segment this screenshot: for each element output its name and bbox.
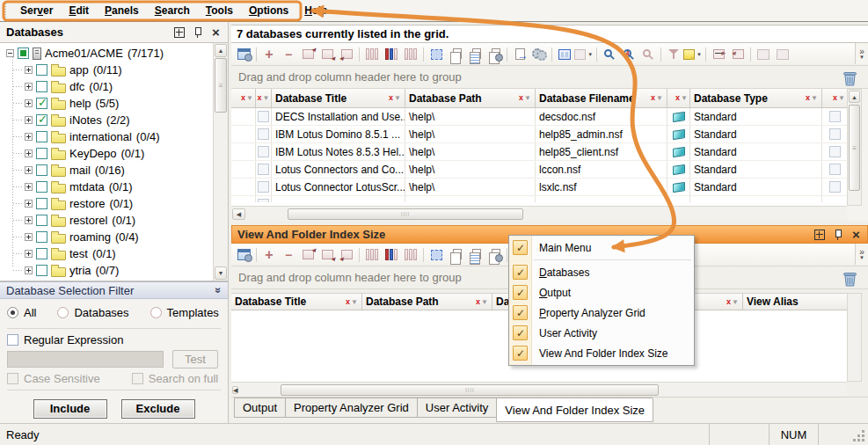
table-row[interactable]: Lotus Connector LotusScr... \help\ lsxlc… [231, 179, 847, 196]
tree-checkbox[interactable] [36, 198, 47, 209]
remove-rows-button[interactable] [279, 46, 298, 63]
find-text-button[interactable] [619, 46, 638, 63]
add-rows-button[interactable] [259, 46, 279, 63]
tree-item-folder[interactable]: dfc(0/1) [2, 78, 212, 95]
move-rows-bottom-button[interactable] [317, 246, 337, 264]
table-row[interactable]: IBM Lotus Notes 8.5.3 Hel... \help\ help… [231, 143, 847, 161]
remove-rows-button[interactable] [279, 246, 298, 264]
row-checkbox[interactable] [829, 128, 841, 140]
filter-section-header[interactable]: Database Selection Filter [0, 281, 228, 299]
open-in-window-button[interactable] [234, 246, 253, 264]
row-checkbox[interactable] [258, 164, 269, 175]
icon-column-header[interactable] [667, 89, 690, 107]
filter-icon[interactable] [833, 94, 845, 102]
expand-expander-icon[interactable] [25, 250, 33, 258]
tree-item-folder[interactable]: KeyDepo(0/1) [2, 145, 212, 162]
row-checkbox[interactable] [829, 181, 841, 193]
tree-checkbox[interactable] [36, 114, 47, 126]
scroll-up-icon[interactable] [849, 91, 860, 103]
expand-expander-icon[interactable] [25, 66, 33, 74]
table-row[interactable]: IBM Lotus Domino 8.5.1 ... \help\ help85… [231, 126, 847, 143]
filter-icon[interactable] [806, 94, 818, 102]
row-checkbox[interactable] [258, 111, 269, 122]
radio-all[interactable]: All [7, 306, 36, 319]
filter-icon[interactable] [241, 94, 253, 102]
menu-item-view-and-folder-index-size[interactable]: View And Folder Index Size [509, 343, 694, 363]
expand-expander-icon[interactable] [25, 200, 33, 208]
row-checkbox[interactable] [258, 199, 269, 202]
tree-checkbox[interactable] [36, 231, 47, 243]
maximize-icon[interactable] [174, 27, 185, 38]
checkbox-icon[interactable] [7, 373, 18, 384]
filter-icon[interactable] [476, 298, 488, 306]
tree-item-server[interactable]: Acme01/ACME (7/171) [2, 45, 212, 62]
freeze-column-button[interactable] [382, 46, 401, 63]
menu-item-main-menu[interactable]: Main Menu [509, 237, 694, 258]
menu-search[interactable]: Search [147, 2, 198, 19]
copy-grid-button[interactable] [465, 246, 485, 264]
menu-server[interactable]: Server [12, 2, 61, 19]
column-header-database-path[interactable]: Database Path [362, 294, 492, 310]
checkbox-icon[interactable] [513, 265, 528, 280]
table-row[interactable]: DECS Installation and Use... \help\ decs… [231, 108, 847, 126]
copy-options-button[interactable] [485, 46, 504, 63]
tree-item-folder[interactable]: help(5/5) [2, 95, 212, 112]
expand-columns-button[interactable] [709, 46, 728, 63]
show-column-button[interactable] [401, 46, 420, 63]
expand-expander-icon[interactable] [25, 116, 33, 124]
row-checkbox[interactable] [258, 181, 269, 193]
chevron-double-down-icon[interactable] [213, 288, 225, 294]
menu-item-databases[interactable]: Databases [509, 262, 694, 282]
grid-analyze-button[interactable] [754, 46, 773, 63]
tree-item-folder[interactable]: app(0/11) [2, 62, 212, 78]
tree-checkbox[interactable] [36, 248, 47, 259]
checkbox-icon[interactable] [513, 285, 528, 300]
menu-help[interactable]: Help [296, 2, 335, 19]
row-checkbox[interactable] [829, 164, 841, 175]
resize-grip-icon[interactable] [819, 424, 868, 445]
grid-options-button[interactable] [574, 46, 594, 63]
tab-user-activity[interactable]: User Activity [417, 398, 498, 418]
checkbox-icon[interactable] [513, 240, 528, 255]
tab-output[interactable]: Output [234, 398, 286, 418]
expand-expander-icon[interactable] [25, 266, 33, 274]
menu-panels[interactable]: Panels [97, 2, 147, 19]
exclude-button[interactable]: Exclude [121, 399, 195, 419]
tree-item-folder[interactable]: mail(0/16) [2, 162, 212, 179]
expand-expander-icon[interactable] [25, 233, 33, 241]
collapse-expander-icon[interactable] [6, 49, 14, 57]
open-in-window-button[interactable] [234, 46, 253, 63]
expand-expander-icon[interactable] [25, 150, 33, 157]
table-row-partial[interactable] [231, 196, 847, 202]
column-header-database-filename[interactable]: Database Filename [536, 89, 667, 107]
automation-button[interactable] [529, 46, 549, 63]
close-icon[interactable] [211, 27, 222, 38]
expand-expander-icon[interactable] [25, 166, 33, 174]
pin-icon[interactable] [833, 230, 843, 240]
filter-icon[interactable] [258, 94, 270, 102]
trash-button[interactable] [840, 269, 859, 288]
scroll-up-icon[interactable] [215, 44, 227, 57]
select-all-button[interactable] [427, 46, 446, 63]
radio-icon[interactable] [150, 307, 162, 318]
tree-item-folder[interactable]: mtdata(0/1) [2, 179, 212, 195]
include-button[interactable]: Include [33, 399, 107, 419]
tree-item-folder[interactable]: iNotes(2/2) [2, 112, 212, 128]
tree-checkbox[interactable] [18, 47, 29, 59]
column-header-view-alias[interactable]: View Alias [743, 294, 847, 310]
column-header-database-title[interactable]: Database Title [231, 294, 362, 310]
filter-icon[interactable] [675, 94, 688, 102]
filter-icon[interactable] [519, 94, 531, 102]
tree-checkbox[interactable] [36, 215, 47, 226]
tree-checkbox[interactable] [36, 131, 47, 142]
zoom-in-button[interactable] [600, 46, 619, 63]
checkbox-icon[interactable] [513, 325, 528, 340]
tree-item-folder[interactable]: international(0/4) [2, 128, 212, 145]
close-icon[interactable] [851, 230, 862, 240]
column-header-database-title[interactable]: Database Title [272, 89, 405, 107]
tree-item-folder[interactable]: restorel(0/1) [2, 212, 212, 229]
expand-expander-icon[interactable] [25, 133, 33, 141]
tree-item-folder[interactable]: test(0/1) [2, 245, 212, 262]
copy-button[interactable] [446, 46, 465, 63]
dropdown-caret-icon[interactable] [696, 52, 703, 57]
